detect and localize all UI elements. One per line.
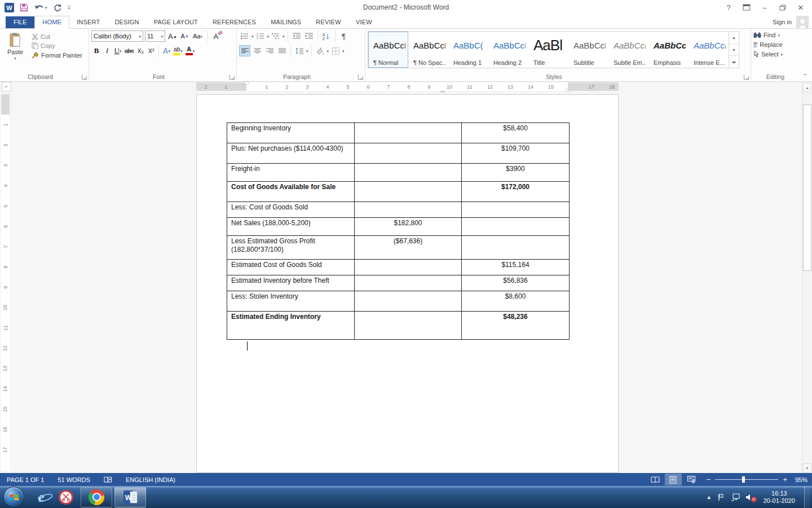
table-cell-col3[interactable]: [462, 236, 570, 260]
shading-button[interactable]: [315, 45, 326, 56]
scroll-up-arrow[interactable]: ▲: [803, 83, 811, 92]
replace-button[interactable]: abac Replace: [753, 41, 797, 48]
taskbar-clock[interactable]: 16:13 20-01-2020: [760, 490, 798, 505]
styles-scroll-down-button[interactable]: ▼: [729, 44, 739, 56]
style-card[interactable]: AaBbCcDi Emphasis: [648, 32, 689, 68]
ribbon-display-options-button[interactable]: [739, 2, 754, 13]
show-hidden-icons-button[interactable]: ▲: [707, 494, 712, 500]
table-cell-col3[interactable]: $58,400: [462, 123, 570, 143]
read-mode-button[interactable]: [647, 474, 664, 485]
table-cell-col2[interactable]: [355, 164, 462, 182]
table-cell-col2[interactable]: [355, 143, 462, 164]
scroll-down-arrow[interactable]: ▼: [803, 463, 811, 472]
table-cell-col3[interactable]: $8,600: [462, 291, 570, 312]
table-cell-label[interactable]: Less: Cost of Goods Sold: [227, 202, 355, 218]
table-cell-col2[interactable]: [355, 123, 462, 143]
align-center-button[interactable]: [251, 45, 263, 56]
zoom-out-button[interactable]: −: [707, 476, 711, 483]
table-cell-label[interactable]: Estimated Inventory before Theft: [227, 275, 355, 291]
taskbar-ie-icon[interactable]: e: [29, 487, 54, 507]
tab-insert[interactable]: INSERT: [69, 16, 107, 28]
zoom-in-button[interactable]: +: [783, 476, 787, 483]
multilevel-dropdown-icon[interactable]: ▾: [283, 34, 285, 38]
line-spacing-dropdown-icon[interactable]: ▾: [306, 49, 308, 53]
tab-view[interactable]: VIEW: [348, 16, 379, 28]
table-cell-col3[interactable]: $115,164: [462, 260, 570, 275]
align-right-button[interactable]: [264, 45, 275, 56]
shrink-font-button[interactable]: A▼: [180, 30, 190, 42]
font-name-combobox[interactable]: Calibri (Body)▾: [91, 30, 143, 42]
borders-button[interactable]: [330, 45, 341, 56]
strikethrough-button[interactable]: abc: [123, 45, 135, 56]
grow-font-button[interactable]: A▲: [167, 30, 178, 42]
zoom-slider-thumb[interactable]: [742, 476, 745, 483]
select-dropdown-icon[interactable]: ▾: [781, 52, 783, 56]
minimize-button[interactable]: –: [757, 2, 773, 13]
table-cell-label[interactable]: Estimated Ending Inventory: [227, 312, 355, 340]
find-dropdown-icon[interactable]: ▾: [778, 33, 780, 37]
underline-dropdown-icon[interactable]: ▾: [120, 49, 122, 53]
line-spacing-button[interactable]: [294, 45, 305, 56]
font-dialog-launcher[interactable]: [230, 75, 235, 80]
format-painter-button[interactable]: Format Painter: [32, 51, 82, 59]
clear-formatting-button[interactable]: A: [211, 30, 221, 42]
style-card[interactable]: AaBbCcD Subtitle: [568, 32, 608, 68]
page-indicator[interactable]: PAGE 1 OF 1: [0, 473, 51, 486]
decrease-indent-button[interactable]: [291, 30, 302, 42]
scrollbar-thumb[interactable]: [803, 104, 811, 271]
table-cell-col2[interactable]: $182,800: [355, 218, 462, 236]
style-card[interactable]: AaBbCcDi Intense E...: [689, 32, 729, 68]
table-cell-col3[interactable]: [462, 218, 570, 236]
sign-in-link[interactable]: Sign in: [773, 19, 792, 25]
tab-references[interactable]: REFERENCES: [205, 16, 263, 28]
print-layout-button[interactable]: [665, 474, 682, 485]
cut-button[interactable]: Cut: [32, 33, 82, 40]
style-card[interactable]: AaBbCcD Heading 2: [488, 32, 528, 68]
select-button[interactable]: Select ▾: [753, 51, 797, 58]
text-effects-button[interactable]: A▾: [161, 45, 171, 56]
numbering-button[interactable]: 123: [255, 30, 266, 42]
table-cell-label[interactable]: Estimated Cost of Goods Sold: [227, 260, 355, 275]
change-case-button[interactable]: Aa▾: [192, 30, 204, 42]
styles-dialog-launcher[interactable]: [744, 75, 749, 80]
table-cell-label[interactable]: Less Estimated Gross Profit (182,800*37/…: [227, 236, 355, 260]
font-color-dropdown-icon[interactable]: ▾: [193, 49, 195, 53]
zoom-level[interactable]: 95%: [788, 476, 807, 483]
justify-button[interactable]: [276, 45, 288, 56]
bullets-dropdown-icon[interactable]: ▾: [251, 34, 254, 38]
text-effects-dropdown-icon[interactable]: ▾: [169, 49, 171, 53]
tab-review[interactable]: REVIEW: [308, 16, 348, 28]
paste-button[interactable]: Paste ▾: [2, 30, 28, 72]
table-cell-label[interactable]: Beginning Inventory: [227, 123, 355, 143]
table-cell-col2[interactable]: [355, 312, 462, 340]
restore-button[interactable]: [775, 2, 791, 13]
volume-muted-icon[interactable]: ✕: [745, 493, 754, 501]
taskbar-snipping-tool-icon[interactable]: [54, 487, 78, 507]
taskbar-word-button[interactable]: W: [114, 487, 146, 507]
show-hide-pilcrow-button[interactable]: ¶: [338, 30, 350, 42]
paragraph-dialog-launcher[interactable]: [358, 75, 363, 80]
bold-button[interactable]: B: [91, 45, 102, 56]
word-count[interactable]: 51 WORDS: [51, 473, 96, 486]
web-layout-button[interactable]: [683, 474, 700, 485]
superscript-button[interactable]: X²: [146, 45, 156, 56]
copy-button[interactable]: Copy: [32, 42, 82, 49]
clipboard-dialog-launcher[interactable]: [82, 75, 87, 80]
highlight-dropdown-icon[interactable]: ▾: [180, 49, 183, 53]
tab-page-layout[interactable]: PAGE LAYOUT: [147, 16, 205, 28]
bullets-button[interactable]: [239, 30, 250, 42]
table-cell-label[interactable]: Net Sales (188,000-5,200): [227, 218, 355, 236]
table-cell-label[interactable]: Plus: Net purchases ($114,000-4300): [227, 143, 355, 164]
sort-button[interactable]: AZ: [321, 30, 332, 42]
style-card[interactable]: AaBbCcDi Subtle Em...: [608, 32, 648, 68]
taskbar-chrome-button[interactable]: [81, 487, 112, 507]
close-button[interactable]: ✕: [793, 2, 809, 13]
show-desktop-button[interactable]: [804, 486, 810, 508]
styles-scroll-up-button[interactable]: ▲: [729, 32, 739, 44]
table-cell-col2[interactable]: ($67,636): [355, 236, 462, 260]
action-center-flag-icon[interactable]: [717, 493, 725, 501]
find-button[interactable]: Find ▾: [753, 32, 797, 38]
style-card[interactable]: AaBbC( Heading 1: [448, 32, 488, 68]
underline-button[interactable]: U▾: [113, 45, 123, 56]
style-card[interactable]: AaBl Title: [528, 32, 568, 68]
